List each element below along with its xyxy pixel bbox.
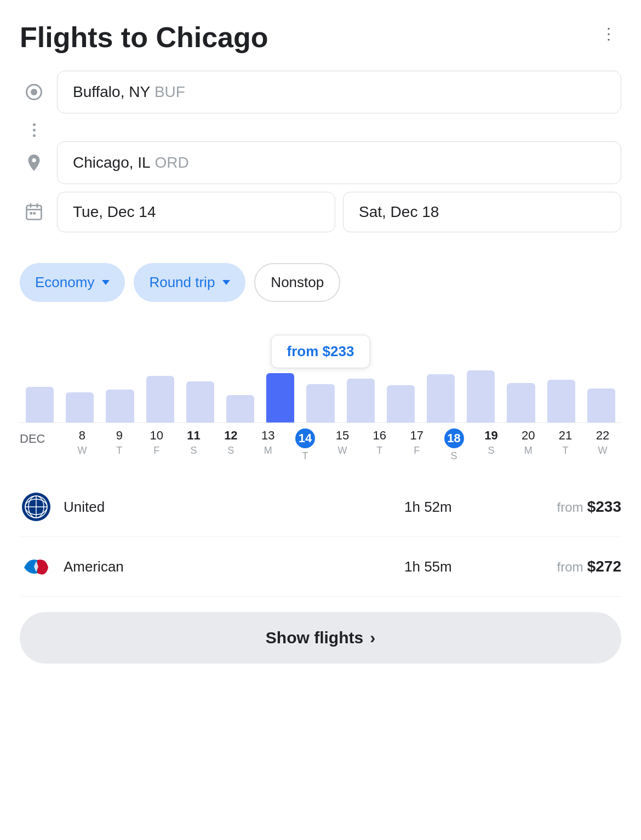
flight-duration-1: 1h 55m [310, 558, 546, 575]
bar-col-2[interactable] [100, 390, 140, 422]
show-flights-button[interactable]: Show flights › [20, 612, 621, 664]
bar-12[interactable] [507, 383, 535, 422]
cal-date-11[interactable]: 11S [175, 428, 213, 462]
cal-date-15[interactable]: 15W [324, 428, 361, 462]
cal-day-letter-17: F [414, 445, 420, 456]
bar-9[interactable] [387, 385, 415, 422]
price-from-label-1: from [557, 559, 583, 574]
bar-6[interactable] [266, 373, 294, 422]
bar-14[interactable] [587, 388, 615, 422]
bar-col-13[interactable] [541, 380, 581, 422]
return-date-field[interactable]: Sat, Dec 18 [343, 192, 621, 232]
airline-name-0: United [64, 499, 299, 516]
bar-8[interactable] [347, 379, 375, 422]
bar-col-5[interactable] [220, 395, 260, 422]
cal-date-9[interactable]: 9T [101, 428, 138, 462]
round-trip-filter-button[interactable]: Round trip [134, 263, 245, 302]
airline-logo-1 [20, 550, 53, 583]
cal-day-letter-13: M [264, 445, 272, 456]
bar-1[interactable] [66, 392, 94, 422]
cal-day-num-14: 14 [295, 428, 315, 448]
cal-date-19[interactable]: 19S [472, 428, 510, 462]
cal-date-13[interactable]: 13M [249, 428, 287, 462]
nonstop-label: Nonstop [271, 274, 324, 291]
origin-code: BUF [154, 83, 185, 101]
round-trip-label: Round trip [149, 274, 215, 291]
bar-4[interactable] [186, 381, 214, 422]
economy-filter-button[interactable]: Economy [20, 263, 125, 302]
airline-logo-0 [20, 490, 53, 523]
cal-day-letter-12: S [227, 445, 234, 456]
cal-day-letter-22: W [598, 445, 607, 456]
cal-day-num-17: 17 [410, 428, 423, 443]
cal-date-12[interactable]: 12S [212, 428, 249, 462]
economy-chevron-icon [102, 280, 110, 285]
flight-duration-0: 1h 52m [310, 499, 546, 516]
cal-day-letter-11: S [191, 445, 197, 456]
airline-row-0[interactable]: United1h 52mfrom $233 [20, 477, 621, 537]
bar-2[interactable] [106, 390, 134, 422]
cal-day-num-16: 16 [373, 428, 386, 443]
cal-day-num-13: 13 [261, 428, 274, 443]
cal-day-letter-10: F [153, 445, 159, 456]
bar-col-3[interactable] [140, 376, 180, 422]
dot [33, 129, 36, 132]
dot [33, 134, 36, 137]
cal-date-14[interactable]: 14T [287, 428, 324, 462]
calendar-date-row: DEC 8W9T10F11S12S13M14T15W16T17F18S19S20… [20, 422, 621, 462]
cal-day-num-11: 11 [187, 428, 200, 443]
destination-code: ORD [154, 154, 188, 172]
origin-input[interactable]: Buffalo, NY BUF [57, 71, 621, 113]
bar-col-4[interactable] [180, 381, 220, 422]
bar-col-7[interactable] [300, 384, 340, 422]
economy-label: Economy [35, 274, 94, 291]
price-chart-section: from $233 [20, 335, 621, 422]
cal-day-letter-18: S [451, 450, 457, 462]
filter-row: Economy Round trip Nonstop [20, 263, 621, 302]
cal-day-num-18: 18 [444, 428, 464, 448]
cal-day-letter-16: T [376, 445, 382, 456]
origin-row: Buffalo, NY BUF [20, 71, 621, 113]
date-fields: Tue, Dec 14 Sat, Dec 18 [57, 192, 621, 232]
bar-col-8[interactable] [341, 379, 381, 422]
bar-col-10[interactable] [421, 374, 461, 422]
bar-col-6[interactable] [260, 373, 300, 422]
cal-date-10[interactable]: 10F [138, 428, 175, 462]
route-connector [20, 121, 48, 139]
cal-day-letter-15: W [337, 445, 347, 456]
nonstop-filter-button[interactable]: Nonstop [254, 263, 340, 302]
bar-10[interactable] [427, 374, 455, 422]
cal-date-20[interactable]: 20M [510, 428, 547, 462]
cal-date-8[interactable]: 8W [64, 428, 101, 462]
bar-7[interactable] [306, 384, 334, 422]
destination-input[interactable]: Chicago, IL ORD [57, 141, 621, 184]
cal-date-16[interactable]: 16T [361, 428, 398, 462]
cal-day-num-8: 8 [79, 428, 85, 443]
bar-5[interactable] [226, 395, 254, 422]
cal-date-18[interactable]: 18S [436, 428, 473, 462]
bar-col-12[interactable] [501, 383, 541, 422]
bar-col-11[interactable] [461, 370, 501, 422]
cal-day-letter-8: W [77, 445, 87, 456]
airline-row-1[interactable]: American1h 55mfrom $272 [20, 537, 621, 597]
bar-0[interactable] [26, 387, 54, 422]
calendar-dates: 8W9T10F11S12S13M14T15W16T17F18S19S20M21T… [64, 428, 621, 462]
cal-date-21[interactable]: 21T [547, 428, 584, 462]
round-trip-chevron-icon [222, 280, 230, 285]
cal-date-17[interactable]: 17F [398, 428, 436, 462]
bar-11[interactable] [467, 370, 495, 422]
bar-col-14[interactable] [581, 388, 621, 422]
destination-city: Chicago, IL [73, 154, 151, 172]
cal-date-22[interactable]: 22W [584, 428, 621, 462]
price-value-0: $233 [587, 498, 621, 515]
bar-3[interactable] [146, 376, 174, 422]
tooltip-price-text: from $233 [287, 343, 354, 359]
bar-col-9[interactable] [381, 385, 421, 422]
bar-13[interactable] [547, 380, 575, 422]
bar-col-0[interactable] [20, 387, 60, 422]
depart-date-field[interactable]: Tue, Dec 14 [57, 192, 335, 232]
bar-col-1[interactable] [60, 392, 100, 422]
origin-city: Buffalo, NY [73, 83, 150, 101]
origin-icon [20, 82, 48, 102]
more-options-icon[interactable]: ⋮ [597, 22, 621, 46]
